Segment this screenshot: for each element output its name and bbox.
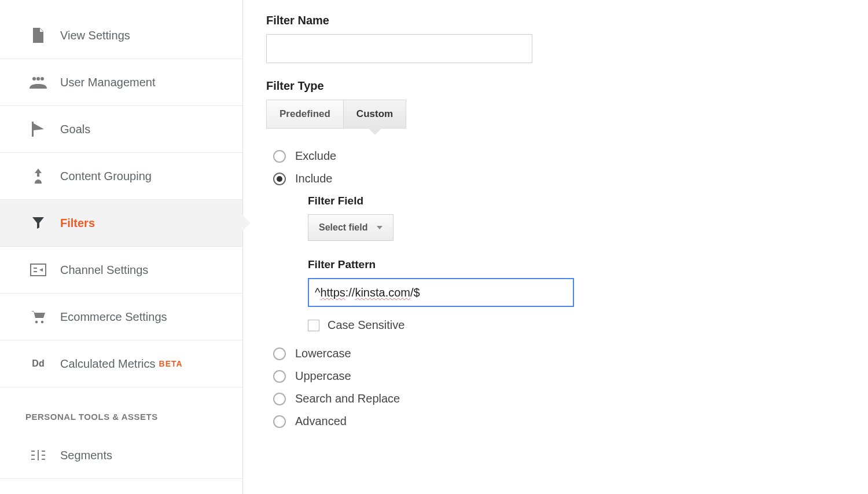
filter-field-select[interactable]: Select field (308, 214, 393, 241)
radio-lowercase[interactable]: Lowercase (273, 347, 845, 360)
sidebar-item-filters[interactable]: Filters (0, 200, 242, 247)
filter-type-label: Filter Type (266, 79, 845, 93)
radio-icon (273, 173, 286, 185)
filter-name-input[interactable] (266, 34, 532, 63)
radio-search-replace[interactable]: Search and Replace (273, 392, 845, 405)
include-subform: Filter Field Select field Filter Pattern… (308, 195, 845, 332)
filter-name-label: Filter Name (266, 14, 845, 27)
sidebar-item-label: Content Grouping (60, 170, 152, 183)
admin-sidebar: View Settings User Management Goals Cont… (0, 0, 243, 494)
page-icon (29, 27, 47, 43)
sidebar-section-header: PERSONAL TOOLS & ASSETS (0, 387, 242, 432)
svg-point-4 (35, 321, 38, 324)
radio-icon (273, 415, 286, 428)
filter-form: Filter Name Filter Type Predefined Custo… (243, 0, 868, 494)
filter-field-label: Filter Field (308, 195, 845, 207)
flag-icon (29, 121, 47, 137)
radio-uppercase[interactable]: Uppercase (273, 369, 845, 383)
radio-icon (273, 347, 286, 360)
tab-predefined[interactable]: Predefined (266, 100, 343, 129)
svg-point-1 (36, 77, 40, 80)
sidebar-item-label: View Settings (60, 29, 130, 42)
dd-icon: Dd (29, 356, 47, 372)
svg-point-0 (32, 77, 36, 80)
segments-icon (29, 447, 47, 463)
checkbox-icon (308, 320, 319, 331)
sidebar-item-segments[interactable]: Segments (0, 432, 242, 479)
cart-icon (29, 309, 47, 325)
custom-filter-radios: Exclude Include Filter Field Select fiel… (273, 149, 845, 428)
sidebar-item-label: Filters (60, 217, 95, 230)
radio-advanced[interactable]: Advanced (273, 415, 845, 428)
sidebar-item-channel-settings[interactable]: Channel Settings (0, 247, 242, 294)
radio-icon (273, 150, 286, 163)
sidebar-item-label: User Management (60, 76, 156, 89)
sidebar-item-label: Goals (60, 123, 90, 136)
radio-label: Lowercase (295, 347, 351, 360)
radio-label: Search and Replace (295, 392, 400, 405)
radio-label: Exclude (295, 149, 336, 163)
channels-icon (29, 262, 47, 278)
case-sensitive-label: Case Sensitive (328, 319, 404, 332)
sidebar-item-label: Segments (60, 449, 112, 462)
sidebar-item-view-settings[interactable]: View Settings (0, 12, 242, 59)
radio-icon (273, 370, 286, 383)
filter-pattern-label: Filter Pattern (308, 258, 845, 271)
radio-include[interactable]: Include (273, 172, 845, 185)
sidebar-item-goals[interactable]: Goals (0, 106, 242, 153)
radio-label: Uppercase (295, 369, 351, 383)
sidebar-item-content-grouping[interactable]: Content Grouping (0, 153, 242, 200)
sidebar-item-label: Calculated Metrics (60, 357, 156, 371)
svg-rect-3 (31, 264, 46, 276)
sidebar-item-label: Ecommerce Settings (60, 310, 167, 324)
svg-point-5 (41, 321, 44, 324)
case-sensitive-checkbox[interactable]: Case Sensitive (308, 319, 845, 332)
radio-label: Include (295, 172, 333, 185)
radio-exclude[interactable]: Exclude (273, 149, 845, 163)
sidebar-item-label: Channel Settings (60, 264, 148, 277)
sidebar-item-user-management[interactable]: User Management (0, 59, 242, 106)
svg-point-2 (41, 77, 44, 80)
radio-label: Advanced (295, 415, 347, 428)
select-field-label: Select field (319, 222, 367, 233)
sidebar-item-ecommerce-settings[interactable]: Ecommerce Settings (0, 294, 242, 341)
beta-badge: BETA (159, 359, 183, 368)
filter-pattern-input[interactable]: ^https://kinsta.com/$ (308, 278, 574, 307)
funnel-icon (29, 215, 47, 231)
filter-type-tabs: Predefined Custom (266, 100, 845, 129)
tab-custom[interactable]: Custom (343, 100, 406, 129)
sidebar-item-calculated-metrics[interactable]: Dd Calculated Metrics BETA (0, 341, 242, 387)
person-up-icon (29, 168, 47, 184)
radio-icon (273, 393, 286, 405)
users-icon (29, 74, 47, 90)
chevron-down-icon (377, 226, 382, 229)
